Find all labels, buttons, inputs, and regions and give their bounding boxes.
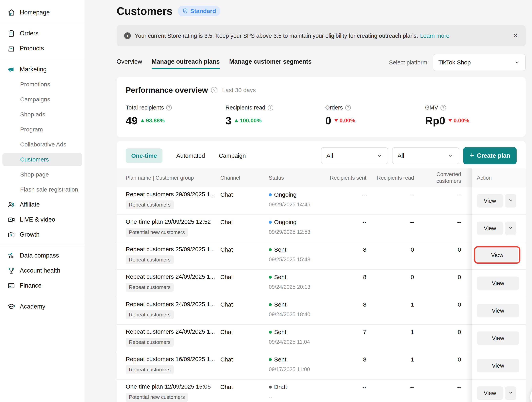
view-button[interactable]: View xyxy=(477,194,503,208)
recipients-sent-cell: 8 xyxy=(327,246,366,253)
stat-value: 49 xyxy=(126,115,138,127)
plan-name[interactable]: Repeat customers 24/09/2025 1... xyxy=(126,301,215,307)
column-plan-name: Plan name | Customer group xyxy=(126,168,194,187)
sidebar-divider xyxy=(0,59,85,59)
recipients-read-cell: -- xyxy=(374,384,414,390)
sidebar-item-products[interactable]: Products xyxy=(0,41,85,56)
tab-overview[interactable]: Overview xyxy=(117,58,142,69)
sidebar-item-shop-page[interactable]: Shop page xyxy=(0,167,85,182)
channel-cell: Chat xyxy=(220,384,233,390)
plan-name[interactable]: Repeat customers 24/09/2025 1... xyxy=(126,273,215,280)
recipients-sent-cell: 8 xyxy=(327,356,366,363)
sidebar-item-promotions[interactable]: Promotions xyxy=(0,77,85,92)
plan-name[interactable]: One-time plan 29/09/2025 12:52 xyxy=(126,218,211,225)
create-plan-button[interactable]: + Create plan xyxy=(463,147,517,164)
recipients-read-cell: -- xyxy=(374,219,414,225)
column-action: Action xyxy=(472,168,526,187)
sidebar-item-marketing[interactable]: Marketing xyxy=(0,62,85,77)
stat-delta: 0.00% xyxy=(448,117,469,124)
sidebar-item-label: Orders xyxy=(20,30,38,37)
status-time: 09/17/2025 11:00 xyxy=(269,366,310,373)
sidebar-item-account-health[interactable]: Account health xyxy=(0,263,85,278)
chevron-down-icon xyxy=(377,153,383,159)
converted-customers-cell: 0 xyxy=(422,329,461,335)
view-dropdown-button[interactable] xyxy=(505,222,516,235)
sidebar-item-homepage[interactable]: Homepage xyxy=(0,5,85,20)
channel-cell: Chat xyxy=(220,274,233,281)
plan-type-automated[interactable]: Automated xyxy=(176,152,205,159)
filter-select-2[interactable]: All xyxy=(392,147,459,164)
column-status: Status xyxy=(269,168,284,187)
plan-name[interactable]: Repeat customers 16/09/2025 1... xyxy=(126,356,215,363)
converted-customers-cell: 0 xyxy=(422,356,461,363)
recipients-sent-cell: -- xyxy=(327,384,366,390)
plan-name[interactable]: Repeat customers 25/09/2025 1... xyxy=(126,246,215,253)
chevron-down-icon xyxy=(508,389,514,397)
sidebar-item-academy[interactable]: Academy xyxy=(0,299,85,314)
sidebar-item-finance[interactable]: Finance xyxy=(0,278,85,293)
status-cell: Ongoing xyxy=(269,219,297,225)
view-button[interactable]: View xyxy=(476,248,518,262)
help-icon[interactable]: ? xyxy=(345,105,351,110)
status-dot xyxy=(269,303,272,306)
converted-customers-cell: 0 xyxy=(422,274,461,281)
channel-cell: Chat xyxy=(220,329,233,335)
help-icon[interactable]: ? xyxy=(166,105,172,110)
view-button[interactable]: View xyxy=(477,332,519,345)
view-dropdown-button[interactable] xyxy=(505,386,516,400)
action-cell: View xyxy=(472,187,526,215)
view-button[interactable]: View xyxy=(477,359,519,372)
plus-icon: + xyxy=(469,151,474,159)
highlight-annotation: View xyxy=(474,246,520,264)
channel-cell: Chat xyxy=(220,191,233,198)
sidebar-item-data-compass[interactable]: Data compass xyxy=(0,248,85,263)
performance-title: Performance overview xyxy=(126,86,208,95)
sidebar-item-affiliate[interactable]: Affiliate xyxy=(0,197,85,212)
sidebar-item-shop-ads[interactable]: Shop ads xyxy=(0,107,85,122)
plan-name[interactable]: Repeat customers 29/09/2025 1... xyxy=(126,191,215,198)
view-button[interactable]: View xyxy=(477,304,519,317)
sidebar-item-growth[interactable]: Growth xyxy=(0,227,85,242)
tab-manage-customer-segments[interactable]: Manage customer segments xyxy=(229,58,312,69)
stat-total-recipients: Total recipients?4993.88% xyxy=(126,104,226,127)
plan-type-one-time[interactable]: One-time xyxy=(126,148,162,163)
customer-group-tag: Repeat customers xyxy=(126,310,174,319)
plan-type-campaign[interactable]: Campaign xyxy=(219,152,246,159)
account-health-icon xyxy=(7,266,15,275)
view-button[interactable]: View xyxy=(477,386,503,400)
platform-label: Select platform: xyxy=(389,59,429,66)
learn-more-link[interactable]: Learn more xyxy=(420,33,450,39)
plan-name[interactable]: Repeat customers 24/09/2025 1... xyxy=(126,328,215,335)
recipients-sent-cell: -- xyxy=(327,191,366,198)
floating-help-button[interactable] xyxy=(530,384,532,402)
view-button[interactable]: View xyxy=(477,222,503,235)
standard-badge: Standard xyxy=(178,6,220,16)
tab-manage-outreach-plans[interactable]: Manage outreach plans xyxy=(152,58,220,69)
status-label: Sent xyxy=(274,356,286,363)
view-button[interactable]: View xyxy=(477,276,519,290)
table-row: Repeat customers 24/09/2025 1...Repeat c… xyxy=(117,325,472,352)
sidebar-item-program[interactable]: Program xyxy=(0,122,85,137)
sidebar-item-label: LIVE & video xyxy=(20,216,55,223)
marketing-icon xyxy=(7,65,15,74)
sidebar-item-collaborative-ads[interactable]: Collaborative Ads xyxy=(0,137,85,152)
close-icon[interactable]: ✕ xyxy=(513,32,518,39)
view-dropdown-button[interactable] xyxy=(505,194,516,208)
sidebar-item-live-video[interactable]: LIVE & video xyxy=(0,212,85,227)
plan-name[interactable]: One-time plan 12/09/2025 15:05 xyxy=(126,383,211,390)
help-icon[interactable]: ? xyxy=(441,105,446,110)
status-time: 09/24/2025 20:13 xyxy=(269,284,310,290)
action-column: Action ViewViewViewViewViewViewViewView xyxy=(472,168,526,402)
sidebar-item-orders[interactable]: Orders xyxy=(0,26,85,41)
help-icon[interactable]: ? xyxy=(268,105,273,110)
sidebar-item-campaigns[interactable]: Campaigns xyxy=(0,92,85,107)
products-icon xyxy=(7,44,15,53)
sidebar-item-customers[interactable]: Customers xyxy=(2,153,82,166)
platform-selector: Select platform: TikTok Shop xyxy=(389,54,526,71)
filter-1-value: All xyxy=(326,152,333,159)
filter-select-1[interactable]: All xyxy=(321,147,388,164)
live-icon xyxy=(7,215,15,224)
platform-select[interactable]: TikTok Shop xyxy=(433,54,526,71)
sidebar-item-flash-sale-registration[interactable]: Flash sale registration xyxy=(0,182,85,197)
help-icon[interactable]: ? xyxy=(211,87,217,93)
